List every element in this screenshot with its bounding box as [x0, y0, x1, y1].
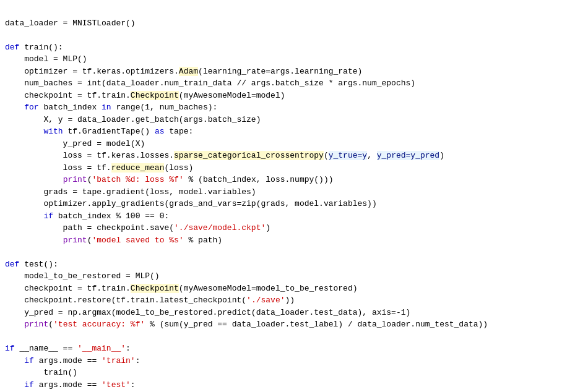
- code-line: model = MLP(): [0, 53, 562, 66]
- code-line: loss = tf.keras.losses.sparse_categorica…: [0, 150, 562, 162]
- code-line: grads = tape.gradient(loss, model.variab…: [0, 186, 562, 198]
- code-line: loss = tf.reduce_mean(loss): [0, 162, 562, 174]
- token-str: 'train': [102, 356, 136, 365]
- token-plain: ): [439, 151, 444, 160]
- code-line: print('batch %d: loss %f' % (batch_index…: [0, 174, 562, 186]
- token-plain: y_pred = model(X): [5, 139, 145, 148]
- token-plain: (myAwesomeModel=model_to_be_restored): [179, 284, 358, 293]
- token-plain: (myAwesomeModel=model): [179, 91, 285, 100]
- code-line: def test():: [0, 258, 562, 271]
- token-kw: if: [24, 356, 34, 365]
- code-line: X, y = data_loader.get_batch(args.batch_…: [0, 114, 562, 126]
- token-plain: train():: [19, 43, 63, 52]
- token-plain: :: [136, 356, 140, 365]
- token-plain: [5, 380, 24, 390]
- token-kw: for: [24, 103, 38, 112]
- token-hl-yellow: Adam: [179, 67, 198, 76]
- token-plain: loss = tf.keras.losses.: [5, 151, 174, 160]
- token-plain: __name__ ==: [15, 344, 77, 353]
- token-kw: if: [43, 211, 53, 221]
- code-line: print('model saved to %s' % path): [0, 234, 562, 247]
- code-line: if args.mode == 'train':: [0, 355, 562, 367]
- code-line: [0, 331, 562, 343]
- code-line: checkpoint = tf.train.Checkpoint(myAweso…: [0, 283, 562, 295]
- code-line: if __name__ == '__main__':: [0, 343, 562, 355]
- code-line: train(): [0, 367, 562, 379]
- token-plain: [5, 236, 63, 245]
- token-plain: ,: [367, 151, 377, 160]
- token-hl-blue: y_true=y: [329, 151, 367, 160]
- token-plain: % (sum(y_pred == data_loader.test_label)…: [145, 320, 488, 329]
- code-line: num_baches = int(data_loader.num_train_d…: [0, 77, 562, 90]
- token-plain: (learning_rate=args.learning_rate): [198, 67, 362, 76]
- token-plain: loss = tf.: [5, 163, 111, 173]
- code-line: [0, 29, 562, 41]
- token-kw: as: [155, 127, 165, 136]
- token-plain: % path): [184, 236, 222, 245]
- code-line: checkpoint.restore(tf.train.latest_check…: [0, 294, 562, 307]
- token-kw: if: [5, 344, 15, 353]
- code-line: y_pred = model(X): [0, 138, 562, 150]
- token-plain: (loss): [164, 163, 193, 173]
- token-hl-yellow: sparse_categorical_crossentropy: [174, 151, 324, 160]
- token-hl-yellow: Checkpoint: [131, 91, 179, 100]
- token-str: 'test accuracy: %f': [53, 320, 145, 329]
- token-plain: % (batch_index, loss.numpy())): [184, 175, 334, 184]
- token-plain: train(): [5, 368, 77, 377]
- token-plain: [5, 356, 24, 365]
- code-line: if args.mode == 'test':: [0, 379, 562, 391]
- token-str: '__main__': [77, 344, 126, 353]
- token-plain: :: [131, 380, 136, 390]
- token-plain: [5, 103, 24, 112]
- token-plain: num_baches = int(data_loader.num_train_d…: [5, 79, 415, 88]
- token-plain: [5, 211, 43, 221]
- token-plain: grads = tape.gradient(loss, model.variab…: [5, 187, 256, 197]
- token-plain: path = checkpoint.save(: [5, 223, 174, 232]
- token-plain: args.mode ==: [34, 356, 102, 365]
- token-plain: batch_index % 100 == 0:: [53, 211, 169, 221]
- token-plain: [5, 175, 63, 184]
- token-plain: test():: [19, 260, 58, 269]
- code-line: [0, 246, 562, 258]
- token-hl-blue: y_pred=y_pred: [377, 151, 439, 160]
- token-plain: args.mode ==: [34, 380, 102, 390]
- token-str: './save/model.ckpt': [174, 223, 266, 232]
- token-plain: tf.GradientTape(): [63, 127, 155, 136]
- token-plain: optimizer.apply_gradients(grads_and_vars…: [5, 199, 377, 208]
- token-plain: checkpoint.restore(tf.train.latest_check…: [5, 296, 246, 305]
- code-line: optimizer.apply_gradients(grads_and_vars…: [0, 198, 562, 210]
- token-plain: y_pred = np.argmax(model_to_be_restored.…: [5, 308, 410, 317]
- code-line: with tf.GradientTape() as tape:: [0, 126, 562, 138]
- token-kw: def: [5, 43, 19, 52]
- code-line: print('test accuracy: %f' % (sum(y_pred …: [0, 318, 562, 331]
- token-plain: checkpoint = tf.train.: [5, 91, 131, 100]
- code-line: for batch_index in range(1, num_baches):: [0, 101, 562, 114]
- token-plain: optimizer = tf.keras.optimizers.: [5, 67, 179, 76]
- code-line: path = checkpoint.save('./save/model.ckp…: [0, 222, 562, 234]
- token-kw: in: [102, 103, 111, 112]
- code-editor: data_loader = MNISTLoader()def train(): …: [0, 0, 562, 392]
- code-line: data_loader = MNISTLoader(): [0, 17, 562, 30]
- token-plain: (: [48, 320, 53, 329]
- token-plain: [5, 320, 24, 329]
- token-plain: data_loader = MNISTLoader(): [5, 19, 136, 28]
- token-str: 'test': [102, 380, 131, 390]
- token-kw: if: [24, 380, 34, 390]
- code-line: if batch_index % 100 == 0:: [0, 210, 562, 223]
- code-line: def train():: [0, 41, 562, 54]
- token-builtin: print: [63, 175, 87, 184]
- token-plain: X, y = data_loader.get_batch(args.batch_…: [5, 115, 261, 124]
- token-plain: batch_index: [39, 103, 102, 112]
- token-plain: [5, 127, 43, 136]
- token-kw: with: [43, 127, 63, 136]
- token-str: './save': [246, 296, 285, 305]
- token-builtin: print: [24, 320, 48, 329]
- token-hl-yellow: Checkpoint: [131, 284, 179, 293]
- token-plain: model = MLP(): [5, 54, 87, 64]
- token-str: 'model saved to %s': [92, 236, 183, 245]
- code-line: y_pred = np.argmax(model_to_be_restored.…: [0, 307, 562, 319]
- token-plain: :: [126, 344, 131, 353]
- token-plain: ): [266, 223, 270, 232]
- code-line: checkpoint = tf.train.Checkpoint(myAweso…: [0, 90, 562, 102]
- token-plain: checkpoint = tf.train.: [5, 284, 131, 293]
